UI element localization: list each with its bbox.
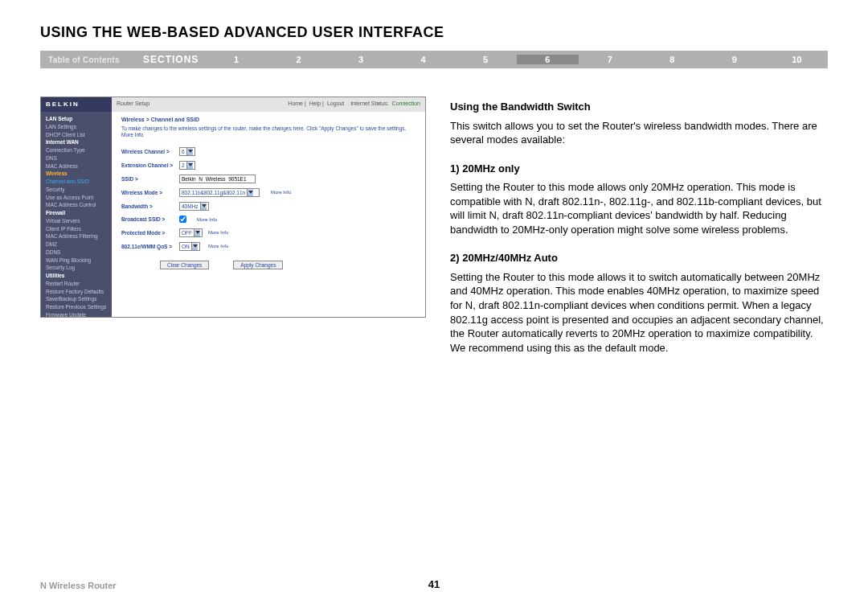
sidebar-mac-filtering[interactable]: MAC Address Filtering: [46, 232, 107, 240]
heading-20mhz-only: 1) 20MHz only: [450, 162, 828, 176]
sections-label: SECTIONS: [137, 54, 205, 65]
section-link-6[interactable]: 6: [517, 55, 579, 64]
broadcast-ssid-label: Broadcast SSID >: [121, 216, 179, 222]
wireless-mode-label: Wireless Mode >: [121, 190, 179, 195]
section-navbar: Table of Contents SECTIONS 1 2 3 4 5 6 7…: [40, 51, 828, 68]
ssid-label: SSID >: [121, 176, 179, 182]
bandwidth-label: Bandwidth >: [121, 203, 179, 209]
sidebar-restore-previous[interactable]: Restore Previous Settings: [46, 303, 107, 311]
sidebar-firmware-update[interactable]: Firmware Update: [46, 311, 107, 318]
logout-link[interactable]: Logout: [327, 101, 344, 106]
sidebar-internet-wan[interactable]: Internet WAN: [46, 138, 107, 146]
wireless-mode-select[interactable]: 802.11b&802.11g&802.11n: [179, 188, 260, 197]
protected-mode-label: Protected Mode >: [121, 230, 179, 236]
chevron-down-icon: [191, 243, 198, 250]
bandwidth-select[interactable]: 40MHz: [179, 202, 209, 211]
sidebar-ddns[interactable]: DDNS: [46, 249, 107, 257]
sidebar-wan-ping[interactable]: WAN Ping Blocking: [46, 257, 107, 265]
router-sidebar: LAN Setup LAN Settings DHCP Client List …: [41, 112, 112, 317]
sidebar-dns[interactable]: DNS: [46, 154, 107, 162]
sidebar-wireless[interactable]: Wireless: [46, 170, 107, 178]
router-admin-screenshot: BELKIN Router Setup Home | Help | Logout…: [40, 97, 426, 318]
protected-mode-select[interactable]: OFF: [179, 228, 203, 237]
clear-changes-button[interactable]: Clear Changes: [160, 261, 209, 269]
sidebar-lan-setup[interactable]: LAN Setup: [46, 115, 107, 123]
sidebar-mac-address[interactable]: MAC Address: [46, 162, 107, 170]
section-link-9[interactable]: 9: [703, 55, 765, 64]
sidebar-restore-defaults[interactable]: Restore Factory Defaults: [46, 288, 107, 296]
para-20-40-auto: Setting the Router to this mode allows i…: [450, 270, 828, 355]
chevron-down-icon: [194, 229, 200, 236]
sidebar-connection-type[interactable]: Connection Type: [46, 146, 107, 154]
broadcast-ssid-more-info[interactable]: More Info: [197, 217, 217, 222]
sidebar-dmz[interactable]: DMZ: [46, 240, 107, 249]
page-title: USING THE WEB-BASED ADVANCED USER INTERF…: [40, 24, 828, 41]
page-number: 41: [0, 578, 868, 590]
chevron-down-icon: [186, 162, 193, 169]
extension-channel-label: Extension Channel >: [121, 162, 179, 168]
section-link-5[interactable]: 5: [454, 55, 516, 64]
sidebar-virtual-servers[interactable]: Virtual Servers: [46, 217, 107, 225]
belkin-logo: BELKIN: [41, 97, 112, 112]
heading-20-40-auto: 2) 20MHz/40MHz Auto: [450, 251, 828, 265]
sidebar-use-ap[interactable]: Use as Access Point: [46, 194, 107, 202]
section-link-2[interactable]: 2: [268, 55, 330, 64]
apply-changes-button[interactable]: Apply Changes: [233, 261, 283, 269]
router-breadcrumb: Wireless > Channel and SSID: [121, 117, 416, 122]
help-link[interactable]: Help: [309, 101, 321, 106]
wmm-qos-more-info[interactable]: More Info: [208, 244, 228, 249]
chevron-down-icon: [247, 189, 253, 196]
sidebar-restart[interactable]: Restart Router: [46, 280, 107, 288]
router-setup-label: Router Setup: [117, 101, 149, 109]
extension-channel-select[interactable]: 2: [179, 161, 195, 170]
sidebar-firewall[interactable]: Firewall: [46, 209, 107, 217]
wmm-qos-select[interactable]: ON: [179, 242, 200, 251]
sidebar-save-backup[interactable]: Save/Backup Settings: [46, 295, 107, 303]
section-link-3[interactable]: 3: [330, 55, 391, 64]
sidebar-security-log[interactable]: Security Log: [46, 264, 107, 272]
sidebar-security[interactable]: Security: [46, 186, 107, 194]
section-link-7[interactable]: 7: [579, 55, 641, 64]
heading-bandwidth-switch: Using the Bandwidth Switch: [450, 100, 828, 114]
ssid-input[interactable]: [179, 175, 256, 183]
internet-status-label: Internet Status:: [350, 101, 388, 106]
para-20mhz: Setting the Router to this mode allows o…: [450, 180, 828, 236]
table-of-contents-link[interactable]: Table of Contents: [40, 55, 137, 64]
section-link-4[interactable]: 4: [392, 55, 454, 64]
chevron-down-icon: [186, 148, 193, 155]
section-link-10[interactable]: 10: [766, 55, 828, 64]
sidebar-utilities[interactable]: Utilities: [46, 272, 107, 280]
sidebar-channel-ssid[interactable]: Channel and SSID: [46, 178, 107, 186]
router-instructions: To make changes to the wireless settings…: [121, 125, 416, 139]
chevron-down-icon: [200, 203, 207, 210]
wmm-qos-label: 802.11e/WMM QoS >: [121, 244, 179, 249]
sidebar-lan-settings[interactable]: LAN Settings: [46, 123, 107, 131]
sidebar-mac-control[interactable]: MAC Address Control: [46, 201, 107, 209]
sidebar-client-ip-filters[interactable]: Client IP Filters: [46, 225, 107, 233]
para-intro: This switch allows you to set the Router…: [450, 119, 828, 147]
protected-mode-more-info[interactable]: More Info: [208, 230, 228, 235]
wireless-mode-more-info[interactable]: More Info: [271, 190, 291, 195]
home-link[interactable]: Home: [288, 101, 303, 106]
wireless-channel-select[interactable]: 6: [179, 147, 195, 156]
wireless-channel-label: Wireless Channel >: [121, 149, 179, 154]
section-link-8[interactable]: 8: [641, 55, 703, 64]
broadcast-ssid-checkbox[interactable]: [179, 216, 186, 223]
internet-status-value: Connection: [392, 101, 420, 106]
sidebar-dhcp[interactable]: DHCP Client List: [46, 131, 107, 139]
section-link-1[interactable]: 1: [205, 55, 267, 64]
